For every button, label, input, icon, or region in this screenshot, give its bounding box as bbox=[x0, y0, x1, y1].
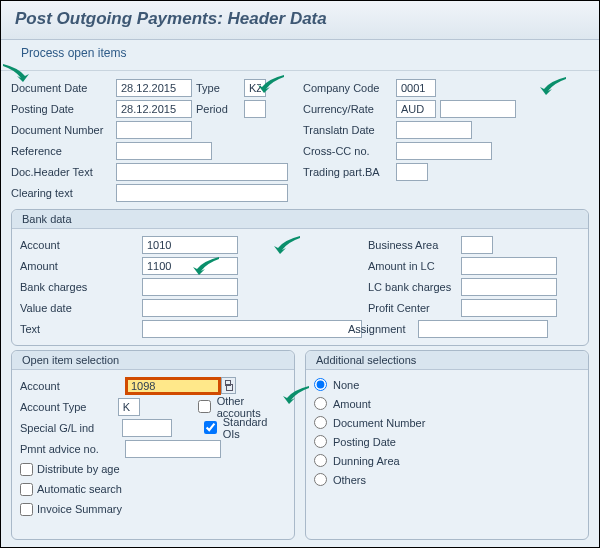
oi-account-type-label: Account Type bbox=[20, 401, 118, 413]
other-accounts-checkbox[interactable] bbox=[198, 400, 211, 413]
currency-field[interactable] bbox=[396, 100, 436, 118]
value-date-label: Value date bbox=[20, 302, 142, 314]
reference-label: Reference bbox=[11, 145, 116, 157]
cross-cc-field[interactable] bbox=[396, 142, 492, 160]
profit-center-label: Profit Center bbox=[368, 302, 461, 314]
addl-postdate-radio[interactable] bbox=[314, 435, 327, 448]
pmnt-advice-label: Pmnt advice no. bbox=[20, 443, 125, 455]
addl-docnum-label: Document Number bbox=[333, 417, 425, 429]
addl-amount-radio[interactable] bbox=[314, 397, 327, 410]
addl-none-label: None bbox=[333, 379, 359, 391]
amount-lc-field[interactable] bbox=[461, 257, 557, 275]
assignment-field[interactable] bbox=[418, 320, 548, 338]
company-code-field[interactable] bbox=[396, 79, 436, 97]
trading-part-ba-field[interactable] bbox=[396, 163, 428, 181]
profit-center-field[interactable] bbox=[461, 299, 557, 317]
addl-amount-label: Amount bbox=[333, 398, 371, 410]
bank-data-group: Bank data Account Amount Bank charges bbox=[11, 209, 589, 346]
special-gl-field[interactable] bbox=[122, 419, 172, 437]
doc-header-text-label: Doc.Header Text bbox=[11, 166, 116, 178]
period-field[interactable] bbox=[244, 100, 266, 118]
business-area-field[interactable] bbox=[461, 236, 493, 254]
bank-account-field[interactable] bbox=[142, 236, 238, 254]
bank-text-label: Text bbox=[20, 323, 142, 335]
additional-selections-group: Additional selections None Amount Docume… bbox=[305, 350, 589, 540]
standard-ois-checkbox[interactable] bbox=[204, 421, 217, 434]
translation-date-label: Translatn Date bbox=[303, 124, 396, 136]
cross-cc-label: Cross-CC no. bbox=[303, 145, 396, 157]
invoice-summary-label: Invoice Summary bbox=[37, 503, 122, 515]
special-gl-label: Special G/L ind bbox=[20, 422, 122, 434]
oi-account-type-field[interactable] bbox=[118, 398, 140, 416]
bank-text-field[interactable] bbox=[142, 320, 362, 338]
document-date-label: Document Date bbox=[11, 82, 116, 94]
clearing-text-field[interactable] bbox=[116, 184, 288, 202]
addl-others-label: Others bbox=[333, 474, 366, 486]
process-open-items-link[interactable]: Process open items bbox=[21, 46, 126, 60]
value-help-icon[interactable] bbox=[221, 377, 236, 394]
amount-lc-label: Amount in LC bbox=[368, 260, 461, 272]
bank-amount-label: Amount bbox=[20, 260, 142, 272]
additional-selections-title: Additional selections bbox=[306, 351, 588, 370]
type-label: Type bbox=[196, 82, 244, 94]
value-date-field[interactable] bbox=[142, 299, 238, 317]
bank-charges-field[interactable] bbox=[142, 278, 238, 296]
bank-account-label: Account bbox=[20, 239, 142, 251]
open-item-selection-title: Open item selection bbox=[12, 351, 294, 370]
posting-date-label: Posting Date bbox=[11, 103, 116, 115]
document-number-field[interactable] bbox=[116, 121, 192, 139]
invoice-summary-checkbox[interactable] bbox=[20, 503, 33, 516]
distribute-by-age-checkbox[interactable] bbox=[20, 463, 33, 476]
assignment-label: Assignment bbox=[348, 323, 418, 335]
business-area-label: Business Area bbox=[368, 239, 461, 251]
automatic-search-checkbox[interactable] bbox=[20, 483, 33, 496]
pmnt-advice-field[interactable] bbox=[125, 440, 221, 458]
distribute-by-age-label: Distribute by age bbox=[37, 463, 120, 475]
clearing-text-label: Clearing text bbox=[11, 187, 116, 199]
open-item-selection-group: Open item selection Account Account Type… bbox=[11, 350, 295, 540]
translation-date-field[interactable] bbox=[396, 121, 472, 139]
page-title: Post Outgoing Payments: Header Data bbox=[1, 1, 599, 40]
trading-part-ba-label: Trading part.BA bbox=[303, 166, 396, 178]
type-field[interactable] bbox=[244, 79, 266, 97]
reference-field[interactable] bbox=[116, 142, 212, 160]
period-label: Period bbox=[196, 103, 244, 115]
automatic-search-label: Automatic search bbox=[37, 483, 122, 495]
doc-header-text-field[interactable] bbox=[116, 163, 288, 181]
addl-others-radio[interactable] bbox=[314, 473, 327, 486]
standard-ois-label: Standard OIs bbox=[223, 416, 286, 440]
oi-account-label: Account bbox=[20, 380, 125, 392]
rate-field[interactable] bbox=[440, 100, 516, 118]
addl-postdate-label: Posting Date bbox=[333, 436, 396, 448]
currency-rate-label: Currency/Rate bbox=[303, 103, 396, 115]
posting-date-field[interactable] bbox=[116, 100, 192, 118]
oi-account-field[interactable] bbox=[125, 377, 221, 395]
addl-dun-label: Dunning Area bbox=[333, 455, 400, 467]
bank-amount-field[interactable] bbox=[142, 257, 238, 275]
document-date-field[interactable] bbox=[116, 79, 192, 97]
lc-bank-charges-label: LC bank charges bbox=[368, 281, 461, 293]
addl-docnum-radio[interactable] bbox=[314, 416, 327, 429]
addl-dun-radio[interactable] bbox=[314, 454, 327, 467]
addl-none-radio[interactable] bbox=[314, 378, 327, 391]
document-number-label: Document Number bbox=[11, 124, 116, 136]
bank-data-title: Bank data bbox=[12, 210, 588, 229]
company-code-label: Company Code bbox=[303, 82, 396, 94]
lc-bank-charges-field[interactable] bbox=[461, 278, 557, 296]
bank-charges-label: Bank charges bbox=[20, 281, 142, 293]
